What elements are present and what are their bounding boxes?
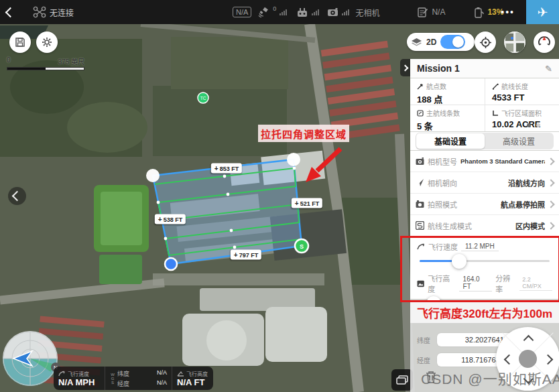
heading-icon [416,178,424,187]
gear-icon [41,36,53,48]
back-button[interactable] [7,9,14,16]
map-scale-bar: 0375 英尺 [7,56,84,70]
camera-status-label: 无相机 [355,7,379,18]
satellite-icon [258,7,269,17]
telemetry-alt-value: N/A FT [177,377,208,387]
svg-text:S: S [300,243,304,250]
scale-zero: 0 [7,56,11,66]
stats-page-dots[interactable] [527,123,540,127]
compass-reset-button[interactable] [534,31,555,53]
route-mode-icon [416,221,424,230]
map-collapse-button[interactable] [8,187,26,205]
app-root: S TC +853 FT +521 FT +538 FT +797 FT 拉托四… [0,0,559,392]
drone-icon [33,6,46,18]
chevron-right-icon [547,222,554,229]
polygon-handle-bottom-left [165,258,177,270]
compass-icon [537,35,552,50]
flight-mode-status: N/A [417,7,445,18]
top-status-bar: 无连接 N/A 0 无相机 [0,0,559,24]
distance-label-bottom: +797 FT [231,250,261,260]
stat-area: 飞行区域面积 10.02 ACRE [485,105,559,131]
altitude-value[interactable]: 164.0 FT [459,275,493,291]
satellite-status: 0 [258,7,287,17]
speed-slider-thumb[interactable] [452,254,467,269]
plus-icon: + [295,200,299,207]
locate-button[interactable] [475,31,496,53]
distance-label-right: +521 FT [292,198,322,208]
scale-distance: 375 英尺 [58,56,84,66]
dpad-left-button[interactable] [504,354,515,365]
altitude-label: 飞行高度 [428,273,455,294]
waypoint-icon [417,83,424,90]
camera-status: 无相机 [327,7,379,18]
camera-icon [416,157,424,166]
photo-mode-icon [416,200,424,208]
dpad-up-button[interactable] [523,335,534,346]
map-2d-toggle[interactable] [440,35,465,49]
remote-controller-icon [296,7,308,17]
annotation-note: 飞行高度320ft左右为100m [410,302,559,323]
annotation-banner: 拉托四角调整区域 [258,125,349,142]
speed-slider[interactable] [417,254,552,269]
rc-status [296,7,319,17]
dpad-right-button[interactable] [543,354,554,365]
map-2d-label: 2D [426,38,436,47]
speed-icon [417,243,425,250]
tab-basic-settings[interactable]: 基础设置 [416,133,485,149]
stat-waypoints: 航点数 188 点 [410,78,484,105]
stat-main-lines: 主航线条数 5 条 [410,105,484,131]
checklist-icon [417,7,428,18]
photos-icon [396,375,408,385]
chevron-right-icon [547,157,554,165]
chevron-right-icon [547,200,554,208]
dpad-center-button[interactable] [519,350,537,368]
save-mission-button[interactable] [9,31,31,53]
connection-status-label: 无连接 [50,7,74,18]
mission-polygon [153,159,302,264]
satellite-count: 0 [273,5,276,12]
speed-icon [58,371,66,377]
row-camera-heading[interactable]: 相机朝向 沿航线方向 [410,172,559,194]
attitude-compass-widget: N [1,329,60,389]
start-marker: S [295,239,308,253]
telemetry-bar: 飞行速度 N/A MPH WGS 纬度N/A 经度N/A 飞行高度 N/A FT [54,367,213,390]
route-length-icon [492,83,499,90]
telemetry-speed-label: 飞行速度 [68,370,89,377]
map-mode-pill: 2D [407,33,475,51]
wgs-label: WGS [110,373,115,385]
row-camera-model[interactable]: 相机型号 Phantom 3 Standard Camera [410,151,559,172]
mission-stats: 航点数 188 点 航线长度 4533 FT 主航线条数 5 条 飞行区域面积 … [410,78,559,131]
more-menu-button[interactable]: ••• [495,0,520,24]
map-type-button[interactable] [504,31,525,53]
telemetry-speed-value: N/A MPH [58,377,100,387]
stat-route-length: 航线长度 4533 FT [485,78,559,105]
back-icon [5,7,16,17]
plus-icon: + [158,216,162,223]
layers-icon [411,38,422,47]
row-route-mode[interactable]: 航线生成模式 区内模式 [410,215,559,237]
telemetry-lng-value: N/A [157,379,167,388]
telemetry-lat-label: 纬度 [117,369,129,378]
panel-collapse-tab[interactable] [400,59,410,76]
speed-label: 飞行速度 [428,241,458,252]
settings-button[interactable] [36,31,58,53]
camera-icon [327,7,338,17]
telemetry-alt-label: 飞行高度 [186,370,208,377]
resolution-value: 2.2 CM/PX [519,276,552,291]
distance-label-top: +853 FT [211,164,242,174]
edit-mission-button[interactable]: ✎ [545,64,552,74]
takeoff-button[interactable]: ✈ [526,0,559,24]
camera-signal-bars [342,9,349,15]
resolution-label: 分辨率 [495,273,516,294]
speed-value[interactable]: 11.2 MPH [461,243,499,251]
airplane-icon: ✈ [538,5,548,20]
plus-icon: + [214,165,219,172]
row-photo-mode[interactable]: 拍照模式 航点悬停拍照 [410,194,559,215]
poi-marker-tc: TC [198,92,208,103]
flight-mode-value: N/A [432,7,445,17]
tab-advanced-settings[interactable]: 高级设置 [485,133,553,149]
locate-icon [479,36,492,49]
rc-signal-bars [312,9,319,15]
latitude-label: 纬度 [417,335,433,345]
distance-label-left: +538 FT [155,214,186,224]
